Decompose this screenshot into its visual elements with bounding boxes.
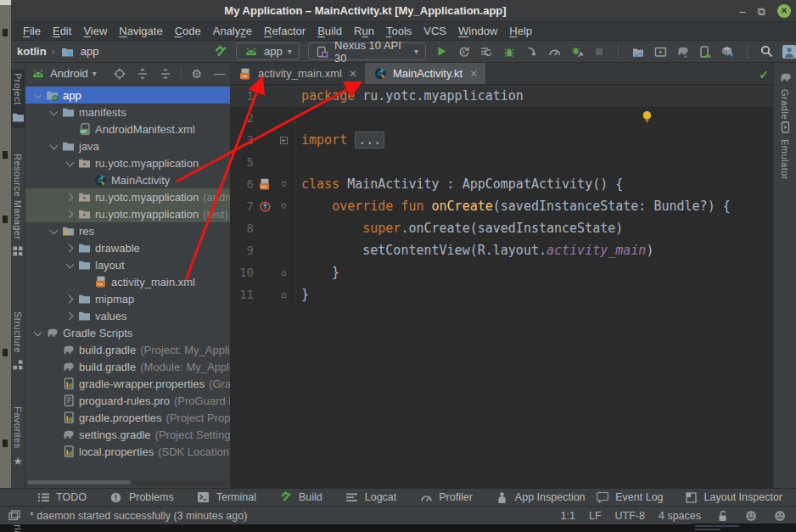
device-manager-button[interactable] [698,44,713,59]
indent-setting[interactable]: 4 spaces [659,510,701,522]
tree-collapse-chevron-icon[interactable] [48,226,59,237]
tool-button-todo[interactable]: TODO [36,490,87,505]
menu-refactor[interactable]: Refactor [258,25,311,37]
menu-help[interactable]: Help [503,25,538,37]
code-editor[interactable]: 1package ru.yotc.myapplication23+import … [230,85,784,488]
tree-item[interactable]: Gradle Scripts [25,324,230,341]
tree-collapse-chevron-icon[interactable] [48,141,59,152]
editor-gutter[interactable]: 9 [230,239,296,261]
tree-item[interactable]: manifests [25,104,230,120]
fold-marker[interactable]: ⌂ [276,289,291,300]
menu-analyze[interactable]: Analyze [207,25,258,37]
tool-stripe-favorites[interactable]: Favorites★ [11,406,25,468]
menu-run[interactable]: Run [348,25,380,37]
tree-item[interactable]: ru.yotc.myapplication(test) [25,205,230,222]
tree-item[interactable]: ru.yotc.myapplication [25,154,230,171]
sync-gradle-button[interactable] [675,44,690,59]
tree-item[interactable]: local.properties(SDK Location) [25,443,230,460]
hide-icon[interactable]: — [212,66,227,81]
fold-marker[interactable]: + [276,137,291,144]
tool-stripe-emulator[interactable]: Emulator [774,120,796,180]
tree-collapse-chevron-icon[interactable] [48,107,59,118]
debug-button[interactable] [502,44,517,59]
tree-item[interactable]: java [25,137,230,154]
tree-item[interactable]: <>activity_main.xml [25,273,230,290]
tree-item[interactable]: build.gradle(Project: My_Application) [25,341,230,358]
tool-button-problems[interactable]: Problems [109,490,174,505]
tool-stripe-project[interactable]: Project [11,70,25,128]
tool-button-app-inspection[interactable]: App Inspection [495,490,586,505]
tree-item[interactable]: proguard-rules.pro(ProGuard Rules for "a… [25,392,230,409]
tree-collapse-chevron-icon[interactable] [32,328,43,339]
editor-gutter[interactable]: 6<>⌂ [230,173,296,195]
tree-expand-chevron-icon[interactable] [64,243,76,254]
tool-button-profiler[interactable]: Profiler [418,490,473,505]
tree-item[interactable]: drawable [25,239,230,256]
build-project-icon[interactable] [214,44,228,59]
tree-collapse-chevron-icon[interactable] [64,158,76,169]
editor-tab-activity_main-xml[interactable]: <>activity_main.xml✕ [230,63,365,84]
editor-gutter[interactable]: 3+ [230,129,296,151]
menu-vcs[interactable]: VCS [418,25,452,37]
tree-expand-chevron-icon[interactable] [64,192,76,203]
tree-item[interactable]: gradle-wrapper.properties(Gradle Version… [25,375,230,392]
intention-bulb-icon[interactable] [639,109,654,124]
sdk-manager-button[interactable] [720,44,735,59]
editor-gutter[interactable]: 11⌂ [230,283,296,305]
menu-edit[interactable]: Edit [47,25,77,37]
search-everywhere-button[interactable] [760,44,774,59]
apply-changes-restart-activity-button[interactable]: A [457,44,472,59]
xml-file-gutter-icon[interactable]: <> [254,178,276,190]
tool-stripe-structure[interactable]: Structure [11,311,25,372]
tree-item[interactable]: mipmap [25,290,230,307]
tool-stripe-gradle[interactable]: Gradle [774,70,796,120]
profile-debuggable-button[interactable] [569,44,584,59]
editor-gutter[interactable]: 1 [230,85,296,107]
happy-face-icon[interactable] [743,508,759,524]
running-devices-button[interactable] [653,44,668,59]
tool-stripe-resource-manager[interactable]: Resource Manager [11,154,25,260]
breadcrumb-module[interactable]: kotlin [17,45,47,58]
stop-button[interactable] [592,44,607,59]
project-horizontal-scrollbar[interactable] [25,479,230,485]
menu-navigate[interactable]: Navigate [113,25,168,37]
fold-marker[interactable]: ⌂ [276,179,291,190]
apply-code-changes-button[interactable] [479,44,494,59]
tree-item[interactable]: ru.yotc.myapplication(androidTest) [25,188,230,205]
title-bar[interactable]: My Application – MainActivity.kt [My_App… [11,0,796,22]
breadcrumb-target[interactable]: app [81,45,99,58]
tree-collapse-chevron-icon[interactable] [64,260,76,271]
settings-icon[interactable]: ⚙ [189,66,205,81]
menu-window[interactable]: Window [452,25,503,37]
tree-item[interactable]: res [25,222,230,239]
tool-button-build[interactable]: Build [278,490,322,505]
tree-collapse-chevron-icon[interactable] [32,90,43,101]
tree-item[interactable]: build.gradle(Module: My_Application.app) [25,358,230,375]
editor-gutter[interactable]: 10⌂ [230,261,296,283]
tree-item[interactable]: values [25,307,230,324]
menu-tools[interactable]: Tools [380,25,418,37]
menu-view[interactable]: View [77,25,113,37]
file-encoding[interactable]: UTF-8 [615,510,645,522]
tree-expand-chevron-icon[interactable] [64,209,76,220]
expand-all-icon[interactable] [135,66,150,81]
editor-tab-MainActivity-kt[interactable]: CMainActivity.kt✕ [365,63,485,84]
tree-item[interactable]: app [25,87,230,104]
editor-gutter[interactable]: 7⌂ [230,195,296,217]
editor-gutter[interactable]: 5 [230,151,296,173]
close-tab-icon[interactable]: ✕ [469,68,478,80]
fold-marker[interactable]: ⌂ [276,201,291,212]
editor-gutter[interactable]: 2 [230,107,296,129]
caret-position[interactable]: 1:1 [561,510,575,522]
tree-expand-chevron-icon[interactable] [64,294,76,305]
line-separator[interactable]: LF [589,510,602,522]
tree-item[interactable]: layout [25,256,230,273]
attach-debugger-button[interactable] [524,44,539,59]
device-selector-dropdown[interactable]: Nexus 10 API 30▾ [308,42,426,60]
tool-button-event-log[interactable]: Event Log [595,490,663,505]
lock-open-icon[interactable] [715,508,730,524]
sad-face-icon[interactable] [772,508,788,524]
override-method-gutter-icon[interactable] [254,201,276,212]
project-structure-button[interactable] [631,44,645,59]
windows-icon[interactable] [7,508,22,524]
